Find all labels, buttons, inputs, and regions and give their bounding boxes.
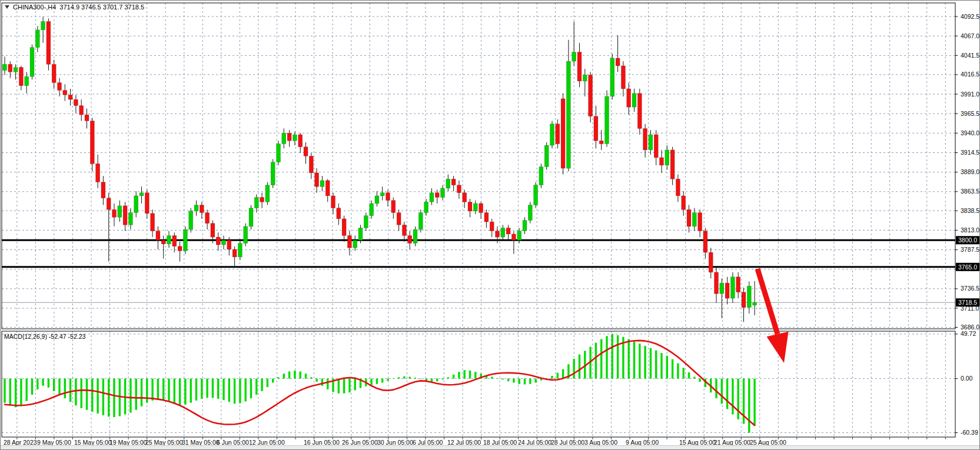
candle: [183, 226, 187, 254]
candle: [30, 45, 34, 80]
candle-body-up: [238, 244, 242, 257]
candle-body-up: [293, 135, 297, 141]
candle-body-down: [46, 22, 51, 65]
candle-body-down: [725, 283, 729, 298]
candle: [605, 91, 609, 147]
candle-body-up: [517, 231, 521, 241]
candle-body-down: [736, 277, 740, 292]
candle-body-up: [544, 145, 549, 166]
chart-canvas[interactable]: 4092.54067.04041.54016.53991.03965.53940…: [1, 1, 980, 450]
candle-body-up: [118, 206, 122, 218]
candle-body-up: [632, 94, 636, 107]
price-axis-label: 3965.5: [961, 110, 979, 117]
candle-body-up: [320, 181, 324, 186]
price-axis-label: 3813.0: [961, 226, 979, 234]
candle-body-down: [511, 234, 516, 240]
candle: [610, 54, 614, 99]
candle-body-up: [128, 213, 132, 225]
candle-body-down: [232, 249, 237, 257]
candle-body-down: [112, 209, 117, 217]
candle-body-up: [720, 283, 724, 294]
candle-body-down: [96, 164, 100, 182]
candle-body-down: [599, 141, 603, 144]
candle-body-up: [441, 188, 445, 198]
candle-body-up: [572, 52, 576, 62]
candle-body-down: [616, 58, 620, 66]
candle-body-down: [52, 64, 56, 82]
candle-body-up: [139, 193, 144, 196]
candle-body-down: [627, 89, 631, 107]
candle-body-up: [14, 68, 18, 72]
candle-body-up: [3, 64, 7, 70]
candle-body-up: [424, 202, 428, 212]
candle-body-down: [107, 198, 111, 210]
candle-body-up: [753, 302, 757, 305]
candle: [528, 202, 532, 223]
candle-body-up: [277, 144, 281, 162]
candle-body-down: [178, 246, 182, 251]
candle-body-up: [446, 179, 450, 188]
chart-title-bar: CHINA300-,H4 3714.9 3746.5 3701.7 3718.5: [5, 4, 144, 11]
candle-body-up: [473, 204, 477, 211]
candle-body-up: [730, 277, 735, 298]
candle: [561, 94, 565, 175]
candle-body-down: [331, 196, 335, 208]
candle-body-down: [463, 193, 467, 202]
candle-body-down: [637, 94, 642, 129]
candle-body-up: [222, 240, 226, 245]
candle-body-up: [35, 30, 39, 48]
candle: [244, 224, 248, 246]
candle-body-up: [194, 205, 198, 211]
candle-body-up: [534, 185, 538, 205]
candle-body-down: [496, 231, 500, 237]
status-strip: [1, 445, 980, 450]
candle-body-down: [123, 206, 127, 225]
candle-body-down: [435, 193, 439, 198]
candle-body-down: [654, 135, 658, 158]
candle-body-up: [167, 236, 171, 244]
oneclick-dropdown-icon[interactable]: [5, 5, 9, 9]
candle-body-down: [151, 214, 155, 231]
current-price-tag-label: 3718.5: [958, 299, 977, 306]
macd-axis-label: 0.00: [961, 375, 973, 382]
candle-body-up: [134, 196, 138, 213]
candle-body-down: [670, 150, 675, 179]
candle-body-up: [649, 135, 653, 150]
candle-body-down: [337, 208, 341, 219]
candle-body-up: [282, 133, 286, 144]
candle-body-down: [211, 224, 215, 237]
candle-body-up: [523, 221, 527, 231]
price-axis-label: 4041.5: [961, 52, 979, 59]
candle-body-down: [479, 204, 483, 213]
candle-body-down: [58, 83, 62, 91]
candle-body-up: [183, 229, 187, 251]
chart-window: 4092.54067.04041.54016.53991.03965.53940…: [0, 0, 980, 450]
price-axis-label: 4067.0: [961, 32, 979, 39]
candle-body-down: [742, 292, 746, 308]
candle-body-down: [200, 205, 204, 213]
candle: [730, 272, 735, 303]
candle-body-down: [19, 68, 23, 86]
candle-body-down: [205, 213, 210, 224]
price-axis-label: 3736.5: [961, 285, 979, 292]
candle-body-down: [709, 252, 713, 272]
candle-body-down: [484, 213, 489, 222]
candle-body-down: [347, 236, 351, 248]
candle-body-up: [583, 75, 587, 81]
price-axis-label: 3889.0: [961, 168, 979, 175]
candle-body-down: [145, 193, 149, 214]
candle-body-down: [408, 236, 412, 244]
candle-body-up: [418, 213, 423, 230]
candle-body-up: [610, 58, 614, 96]
candle-body-up: [692, 213, 696, 226]
candle-body-down: [397, 213, 401, 225]
price-axis-label: 3838.5: [961, 207, 979, 214]
candle: [534, 182, 538, 208]
candle-body-down: [287, 133, 291, 141]
candle-body-down: [643, 129, 647, 150]
candle-body-down: [676, 179, 680, 196]
candle-body-down: [342, 219, 346, 236]
candle-body-down: [227, 240, 231, 249]
candle-body-up: [413, 229, 417, 243]
candle-body-up: [249, 208, 253, 226]
